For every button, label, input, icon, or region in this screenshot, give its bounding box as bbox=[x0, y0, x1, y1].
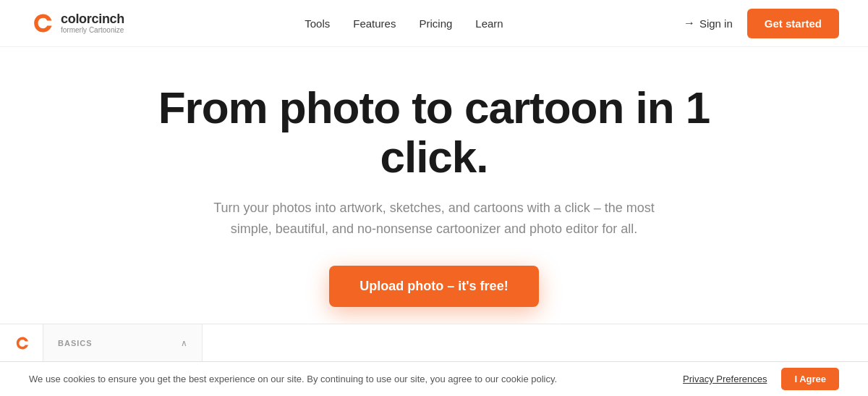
privacy-preferences-link[interactable]: Privacy Preferences bbox=[683, 374, 767, 384]
nav-actions: → Sign in Get started bbox=[684, 9, 839, 38]
cookie-text: We use cookies to ensure you get the bes… bbox=[29, 374, 668, 384]
logo-text: colorcinch formerly Cartoonize bbox=[61, 12, 124, 35]
hero-section: From photo to cartoon in 1 click. Turn y… bbox=[0, 47, 868, 329]
sign-in-icon: → bbox=[684, 17, 695, 30]
bottom-panel: BASICS ∧ bbox=[0, 324, 868, 361]
sign-in-link[interactable]: → Sign in bbox=[684, 17, 733, 30]
nav-features[interactable]: Features bbox=[353, 17, 396, 30]
panel-content bbox=[203, 324, 868, 362]
agree-button[interactable]: I Agree bbox=[781, 368, 839, 390]
brand-subtitle: formerly Cartoonize bbox=[61, 26, 124, 34]
nav-links: Tools Features Pricing Learn bbox=[305, 17, 503, 30]
upload-button[interactable]: Upload photo – it's free! bbox=[329, 266, 538, 307]
hero-title: From photo to cartoon in 1 click. bbox=[109, 83, 760, 182]
panel-section-label: BASICS bbox=[58, 339, 93, 347]
nav-learn[interactable]: Learn bbox=[475, 17, 503, 30]
cookie-actions: Privacy Preferences I Agree bbox=[683, 368, 839, 390]
nav-pricing[interactable]: Pricing bbox=[419, 17, 452, 30]
navbar: colorcinch formerly Cartoonize Tools Fea… bbox=[0, 0, 868, 47]
panel-section[interactable]: BASICS ∧ bbox=[43, 324, 203, 362]
logo[interactable]: colorcinch formerly Cartoonize bbox=[29, 10, 124, 36]
get-started-button[interactable]: Get started bbox=[747, 9, 839, 38]
nav-tools[interactable]: Tools bbox=[305, 17, 330, 30]
panel-logo-icon bbox=[13, 334, 30, 352]
logo-icon bbox=[29, 10, 55, 36]
sign-in-label: Sign in bbox=[699, 17, 733, 30]
brand-name: colorcinch bbox=[61, 12, 124, 27]
panel-logo bbox=[0, 324, 43, 362]
hero-subtitle: Turn your photos into artwork, sketches,… bbox=[210, 198, 658, 240]
panel-chevron-icon: ∧ bbox=[181, 338, 187, 348]
cookie-banner: We use cookies to ensure you get the bes… bbox=[0, 361, 868, 396]
